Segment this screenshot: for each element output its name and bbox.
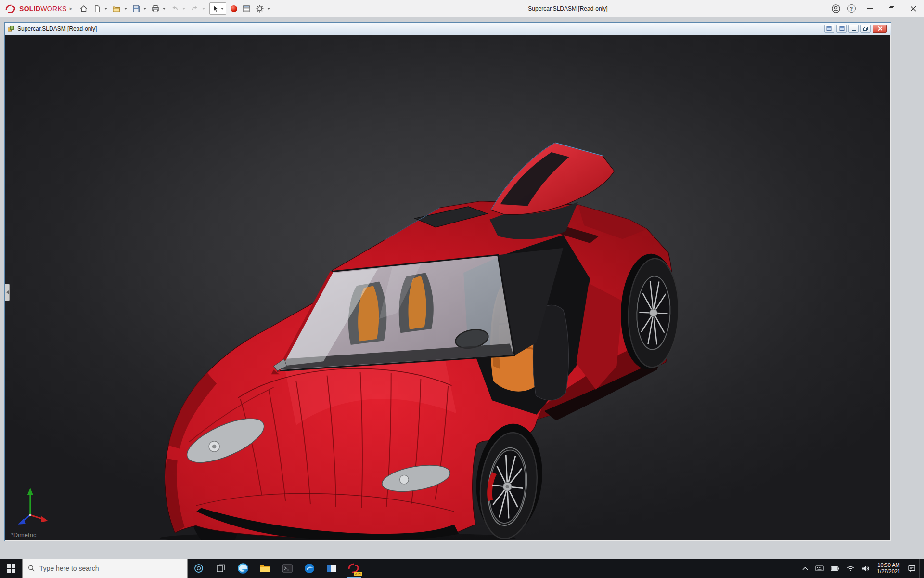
taskbar-item-blue-app[interactable] bbox=[298, 559, 321, 578]
taskbar-item-terminal[interactable] bbox=[276, 559, 298, 578]
document-title: Supercar.SLDASM [Read-only] bbox=[17, 26, 97, 32]
doc-minimize-button[interactable] bbox=[848, 25, 859, 33]
undo-icon bbox=[170, 4, 180, 13]
windows-logo-icon bbox=[7, 564, 15, 573]
brand-works: WORKS bbox=[40, 5, 66, 13]
clock-time: 10:50 AM bbox=[877, 562, 899, 569]
doc-restore-button[interactable] bbox=[860, 25, 871, 33]
gear-icon bbox=[256, 4, 264, 13]
options-button[interactable] bbox=[253, 2, 267, 15]
print-dropdown[interactable] bbox=[163, 8, 166, 10]
document-window-buttons bbox=[824, 25, 888, 33]
window-pane-left-icon bbox=[826, 26, 833, 31]
panel-collapse-tab[interactable] bbox=[5, 284, 10, 301]
redo-button[interactable] bbox=[188, 2, 202, 15]
task-view-icon bbox=[216, 563, 226, 574]
close-icon bbox=[911, 6, 916, 12]
speaker-icon bbox=[861, 565, 870, 572]
volume-control[interactable] bbox=[858, 559, 873, 578]
home-button[interactable] bbox=[77, 2, 90, 15]
redo-dropdown[interactable] bbox=[202, 8, 205, 10]
open-folder-icon bbox=[112, 4, 121, 13]
undo-button[interactable] bbox=[168, 2, 182, 15]
show-desktop-button[interactable] bbox=[919, 559, 922, 578]
options-dropdown[interactable] bbox=[267, 8, 270, 10]
system-tray: 10:50 AM 1/27/2021 bbox=[798, 559, 924, 578]
mdi-window-button-2[interactable] bbox=[836, 25, 847, 33]
taskbar-item-window-app[interactable] bbox=[321, 559, 343, 578]
print-icon bbox=[151, 4, 160, 13]
brand-solid: SOLID bbox=[19, 5, 40, 13]
solidworks-version-badge: 2021 bbox=[354, 572, 362, 576]
cortana-button[interactable] bbox=[188, 559, 210, 578]
file-properties-button[interactable] bbox=[240, 2, 253, 15]
save-icon bbox=[132, 4, 141, 13]
taskbar-clock[interactable]: 10:50 AM 1/27/2021 bbox=[873, 562, 904, 575]
open-button[interactable] bbox=[110, 2, 124, 15]
select-tool-button[interactable] bbox=[209, 2, 226, 15]
graphics-area[interactable]: *Dimetric bbox=[5, 35, 890, 540]
print-button[interactable] bbox=[149, 2, 162, 15]
action-center-button[interactable] bbox=[904, 559, 919, 578]
edge-browser-icon bbox=[237, 562, 249, 575]
red-sphere-icon bbox=[231, 5, 237, 12]
new-document-button[interactable] bbox=[90, 2, 104, 15]
battery-icon bbox=[831, 565, 840, 572]
minimize-icon bbox=[867, 8, 873, 9]
window-pane-right-icon bbox=[838, 26, 845, 31]
solidworks-logo: SOLIDWORKS bbox=[5, 4, 67, 13]
doc-restore-icon bbox=[863, 27, 868, 31]
windows-taskbar: 2021 bbox=[0, 559, 924, 578]
chevron-up-icon bbox=[802, 566, 808, 571]
account-button[interactable] bbox=[830, 2, 842, 15]
document-window: Supercar.SLDASM [Read-only] bbox=[4, 22, 891, 541]
document-titlebar[interactable]: Supercar.SLDASM [Read-only] bbox=[5, 23, 891, 35]
open-dropdown[interactable] bbox=[124, 8, 127, 10]
home-icon bbox=[79, 4, 88, 13]
battery-status[interactable] bbox=[827, 559, 843, 578]
doc-close-button[interactable] bbox=[873, 25, 887, 33]
touch-keyboard-button[interactable] bbox=[812, 559, 827, 578]
help-icon: ? bbox=[847, 4, 856, 13]
red-sphere-button[interactable] bbox=[228, 2, 240, 15]
new-document-dropdown[interactable] bbox=[104, 8, 107, 10]
save-button[interactable] bbox=[129, 2, 143, 15]
doc-minimize-icon bbox=[852, 30, 856, 31]
orientation-triad[interactable] bbox=[18, 488, 48, 525]
chevron-left-icon bbox=[6, 290, 9, 294]
titlebar-right: ? bbox=[828, 0, 924, 17]
file-explorer-icon bbox=[259, 563, 271, 574]
standard-toolbar bbox=[77, 0, 272, 17]
save-dropdown[interactable] bbox=[143, 8, 146, 10]
maximize-button[interactable] bbox=[881, 0, 902, 17]
window-app-icon bbox=[326, 563, 337, 574]
help-button[interactable]: ? bbox=[845, 2, 858, 15]
select-tool-dropdown[interactable] bbox=[221, 8, 224, 10]
solidworks-logo-icon bbox=[5, 4, 16, 13]
taskbar-item-file-explorer[interactable] bbox=[254, 559, 276, 578]
task-view-button[interactable] bbox=[210, 559, 232, 578]
tray-expand-button[interactable] bbox=[798, 559, 812, 578]
mdi-window-button-1[interactable] bbox=[824, 25, 834, 33]
taskbar-item-solidworks[interactable]: 2021 bbox=[343, 559, 365, 578]
doc-close-icon bbox=[878, 26, 882, 31]
menu-flyout-arrow[interactable]: ▸ bbox=[70, 5, 73, 12]
search-input[interactable] bbox=[39, 565, 182, 572]
solidworks-app: SOLIDWORKS ▸ bbox=[0, 0, 924, 578]
taskbar-search[interactable] bbox=[22, 559, 188, 578]
main-titlebar: SOLIDWORKS ▸ bbox=[0, 0, 924, 17]
terminal-icon bbox=[282, 563, 293, 574]
cortana-icon bbox=[193, 563, 204, 574]
blue-circle-icon bbox=[304, 563, 315, 574]
search-icon bbox=[28, 565, 35, 572]
wifi-icon bbox=[847, 565, 855, 572]
minimize-button[interactable] bbox=[859, 0, 881, 17]
taskbar-item-edge[interactable] bbox=[232, 559, 254, 578]
select-cursor-icon bbox=[211, 4, 219, 13]
app-title: Supercar.SLDASM [Read-only] bbox=[528, 0, 607, 17]
undo-dropdown[interactable] bbox=[182, 8, 185, 10]
network-status[interactable] bbox=[843, 559, 858, 578]
view-orientation-label: *Dimetric bbox=[11, 532, 37, 539]
close-button[interactable] bbox=[902, 0, 924, 17]
start-button[interactable] bbox=[0, 559, 22, 578]
